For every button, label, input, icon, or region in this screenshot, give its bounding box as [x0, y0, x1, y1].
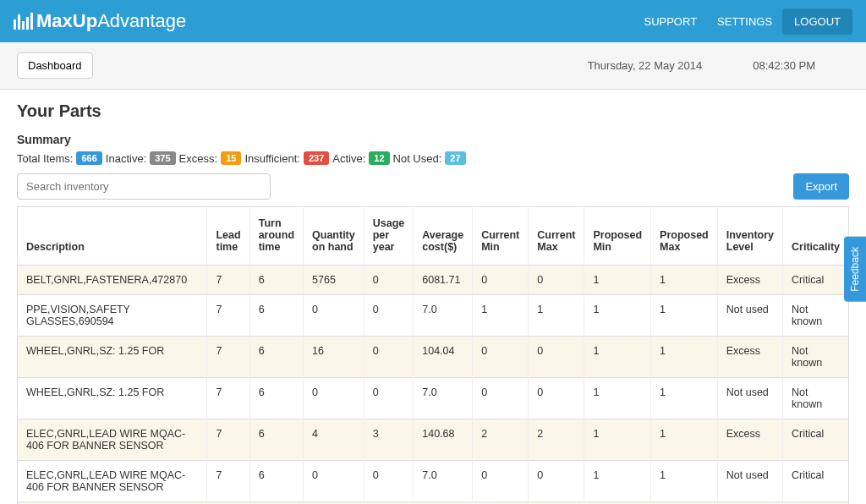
cell-usage: 0	[364, 461, 414, 502]
cell-usage: 0	[364, 266, 414, 295]
cell-crit: Not known	[783, 295, 849, 337]
col-pmin[interactable]: Proposed Min	[584, 207, 651, 266]
brand-strong: MaxUp	[36, 10, 97, 32]
table-row[interactable]: ELEC,GNRL,LEAD WIRE MQAC-406 FOR BANNER …	[18, 419, 849, 461]
cell-qty: 0	[304, 295, 364, 337]
cell-pmin: 1	[584, 295, 651, 337]
cell-pmax: 1	[651, 295, 718, 337]
search-input[interactable]	[17, 173, 271, 200]
cell-qty: 4	[304, 419, 364, 461]
cell-lead: 7	[207, 337, 249, 378]
col-turn[interactable]: Turn around time	[249, 207, 303, 266]
col-crit[interactable]: Criticality	[783, 207, 849, 266]
parts-table: Description Lead time Turn around time Q…	[17, 206, 849, 504]
active-label: Active:	[332, 152, 365, 165]
cell-pmin: 1	[584, 419, 651, 461]
table-row[interactable]: WHEEL,GNRL,SZ: 1.25 FOR76007.00011Not us…	[18, 378, 849, 419]
cell-turn: 6	[249, 295, 303, 337]
cell-avg: 7.0	[414, 378, 473, 419]
col-usage[interactable]: Usage per year	[364, 207, 414, 266]
excess-label: Excess:	[179, 152, 218, 165]
table-row[interactable]: ELEC,GNRL,LEAD WIRE MQAC-406 FOR BANNER …	[18, 461, 849, 502]
cell-lead: 7	[207, 419, 249, 461]
col-qty[interactable]: Quantity on hand	[304, 207, 364, 266]
cell-crit: Not known	[783, 378, 849, 419]
toolbar: Export	[17, 173, 849, 200]
cell-avg: 6081.71	[414, 266, 473, 295]
cell-avg: 104.04	[414, 337, 473, 378]
cell-pmin: 1	[584, 461, 651, 502]
summary-heading: Summary	[17, 133, 849, 146]
export-button[interactable]: Export	[793, 173, 849, 200]
cell-desc: WHEEL,GNRL,SZ: 1.25 FOR	[18, 337, 207, 378]
col-lead[interactable]: Lead time	[207, 207, 249, 266]
cell-lead: 7	[207, 295, 249, 337]
cell-crit: Critical	[783, 266, 849, 295]
table-row[interactable]: BELT,GNRL,FASTENERA,47287076576506081.71…	[18, 266, 849, 295]
nav-settings[interactable]: SETTINGS	[707, 15, 782, 28]
cell-cmin: 0	[473, 266, 529, 295]
excess-badge: 15	[221, 151, 241, 165]
total-badge: 666	[76, 151, 101, 165]
cell-crit: Not known	[783, 337, 849, 378]
col-cmax[interactable]: Current Max	[529, 207, 584, 266]
cell-qty: 0	[304, 378, 364, 419]
inactive-badge: 375	[150, 151, 175, 165]
brand-light: Advantage	[97, 10, 186, 32]
col-pmax[interactable]: Proposed Max	[651, 207, 718, 266]
col-description[interactable]: Description	[18, 207, 207, 266]
cell-pmin: 1	[584, 378, 651, 419]
col-avg[interactable]: Average cost($)	[414, 207, 473, 266]
cell-inv: Excess	[717, 266, 782, 295]
insufficient-badge: 237	[304, 151, 329, 165]
cell-avg: 7.0	[414, 461, 473, 502]
dashboard-button[interactable]: Dashboard	[17, 52, 93, 79]
cell-usage: 3	[364, 419, 414, 461]
cell-inv: Not used	[717, 378, 782, 419]
cell-lead: 7	[207, 378, 249, 419]
cell-cmin: 1	[473, 295, 529, 337]
cell-cmax: 0	[529, 337, 584, 378]
cell-usage: 0	[364, 337, 414, 378]
table-body: BELT,GNRL,FASTENERA,47287076576506081.71…	[18, 266, 849, 505]
cell-pmax: 1	[651, 337, 718, 378]
summary-line: Total Items: 666 Inactive: 375 Excess: 1…	[17, 151, 849, 165]
brand-logo[interactable]: MaxUpAdvantage	[14, 10, 186, 32]
cell-usage: 0	[364, 295, 414, 337]
cell-inv: Not used	[717, 461, 782, 502]
cell-crit: Critical	[783, 419, 849, 461]
cell-avg: 140.68	[414, 419, 473, 461]
table-row[interactable]: PPE,VISION,SAFETY GLASSES,69059476007.01…	[18, 295, 849, 337]
inactive-label: Inactive:	[106, 152, 146, 165]
feedback-tab[interactable]: Feedback	[844, 237, 866, 302]
cell-inv: Excess	[717, 337, 782, 378]
cell-avg: 7.0	[414, 295, 473, 337]
cell-turn: 6	[249, 266, 303, 295]
cell-turn: 6	[249, 337, 303, 378]
cell-turn: 6	[249, 419, 303, 461]
cell-qty: 5765	[304, 266, 364, 295]
cell-cmin: 0	[473, 337, 529, 378]
date-display: Thursday, 22 May 2014	[588, 59, 703, 72]
cell-cmax: 0	[529, 378, 584, 419]
topbar: MaxUpAdvantage SUPPORT SETTINGS LOGOUT	[0, 0, 866, 42]
cell-qty: 16	[304, 337, 364, 378]
cell-desc: ELEC,GNRL,LEAD WIRE MQAC-406 FOR BANNER …	[18, 461, 207, 502]
cell-usage: 0	[364, 378, 414, 419]
cell-crit: Critical	[783, 461, 849, 502]
cell-cmin: 0	[473, 461, 529, 502]
nav-logout[interactable]: LOGOUT	[782, 8, 852, 35]
notused-badge: 27	[445, 151, 465, 165]
col-inv[interactable]: Inventory Level	[717, 207, 782, 266]
cell-cmin: 2	[473, 419, 529, 461]
subbar: Dashboard Thursday, 22 May 2014 08:42:30…	[0, 42, 866, 90]
cell-cmax: 2	[529, 419, 584, 461]
cell-desc: PPE,VISION,SAFETY GLASSES,690594	[18, 295, 207, 337]
table-row[interactable]: WHEEL,GNRL,SZ: 1.25 FOR76160104.040011Ex…	[18, 337, 849, 378]
col-cmin[interactable]: Current Min	[473, 207, 529, 266]
insufficient-label: Insufficient:	[244, 152, 300, 165]
cell-desc: WHEEL,GNRL,SZ: 1.25 FOR	[18, 378, 207, 419]
cell-cmax: 0	[529, 266, 584, 295]
notused-label: Not Used:	[393, 152, 442, 165]
nav-support[interactable]: SUPPORT	[633, 15, 707, 28]
